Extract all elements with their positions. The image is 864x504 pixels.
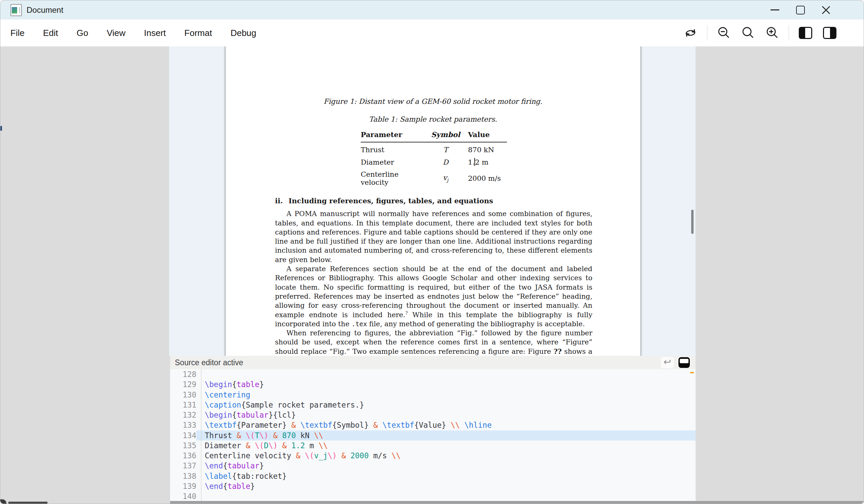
code-line-129[interactable]: 129\begin{table} [170, 379, 696, 390]
menu-edit[interactable]: Edit [43, 25, 67, 42]
table-row: DiameterD1.2 m [361, 155, 507, 167]
code-line-139[interactable]: 139\end{table} [170, 481, 696, 491]
table-caption: Table 1: Sample rocket parameters. [226, 115, 640, 123]
page-margin-right [640, 46, 696, 356]
code-text: \centering [196, 390, 696, 400]
line-number: 139 [170, 481, 196, 491]
background-window-fragment [0, 499, 7, 504]
code-line-136[interactable]: 136Centerline velocity & \(v_j\) & 2000 … [170, 451, 696, 460]
source-editor-panel: Source editor active ↩ 128129\begin{tabl… [170, 356, 696, 502]
line-number: 138 [170, 471, 196, 481]
line-number: 129 [170, 379, 196, 390]
code-text [196, 369, 696, 379]
code-line-131[interactable]: 131\caption{Sample rocket parameters.} [170, 400, 696, 410]
paragraph: When referencing to figures, the abbrevi… [275, 329, 592, 356]
code-text: Diameter & \(D\) & 1.2 m \\ [196, 441, 696, 451]
menu-insert[interactable]: Insert [144, 25, 175, 42]
gutter-separator [201, 369, 201, 502]
line-number: 130 [170, 390, 196, 400]
table-header-cell: Value [463, 130, 507, 142]
line-number: 137 [170, 460, 196, 471]
background-window-fragment [9, 502, 47, 504]
page-margin-left [169, 46, 225, 356]
code-text: \begin{table} [196, 379, 696, 390]
code-line-135[interactable]: 135Diameter & \(D\) & 1.2 m \\ [170, 441, 696, 451]
table-cell: Diameter [361, 155, 428, 167]
code-line-132[interactable]: 132\begin{tabular}{lcl} [170, 410, 696, 420]
toggle-bottom-panel-button[interactable] [677, 357, 691, 368]
line-number: 128 [170, 369, 196, 379]
panel-right-icon[interactable] [822, 25, 838, 41]
table-row: Centerline velocityvj2000 m/s [361, 167, 507, 187]
code-text: \begin{tabular}{lcl} [196, 410, 696, 420]
code-text: Centerline velocity & \(v_j\) & 2000 m/s… [196, 451, 696, 460]
table-cell: Thrust [361, 142, 428, 155]
code-text: \caption{Sample rocket parameters.} [196, 400, 696, 410]
paragraph: A POMA manuscript will normally have ref… [275, 209, 592, 265]
code-text: \textbf{Parameter} & \textbf{Symbol} & \… [196, 420, 696, 430]
document-preview-area: Figure 1: Distant view of a GEM-60 solid… [0, 46, 864, 356]
menu-debug[interactable]: Debug [231, 25, 266, 42]
search-icon[interactable] [740, 25, 756, 41]
code-line-133[interactable]: 133\textbf{Parameter} & \textbf{Symbol} … [170, 420, 696, 430]
source-editor-header: Source editor active ↩ [170, 356, 696, 370]
code-text: \end{table} [196, 481, 696, 491]
return-arrow-icon: ↩ [664, 357, 671, 367]
background-window-fragment [0, 126, 2, 131]
sync-icon[interactable] [683, 25, 698, 41]
section-heading: ii.Including references, figures, tables… [275, 196, 592, 205]
line-number: 140 [170, 491, 196, 501]
toolbar-separator [707, 25, 707, 41]
zoom-in-icon[interactable] [765, 25, 780, 41]
code-text: \end{tabular} [196, 460, 696, 471]
code-line-137[interactable]: 137\end{tabular} [170, 460, 696, 471]
table-cell: 2000 m/s [463, 167, 507, 187]
table-cell: Centerline velocity [361, 167, 428, 187]
table-row: ThrustT870 kN [361, 142, 507, 155]
menu-go[interactable]: Go [77, 25, 97, 42]
horizontal-scrollbar[interactable] [170, 501, 864, 504]
table-header-cell: Parameter [361, 130, 428, 142]
app-icon [10, 4, 22, 16]
line-number: 135 [170, 441, 196, 451]
menu-view[interactable]: View [107, 25, 134, 42]
code-line-140[interactable]: 140 [170, 491, 696, 501]
table-cell: vj [428, 167, 463, 187]
menu-file[interactable]: File [10, 25, 34, 42]
maximize-button[interactable] [796, 5, 805, 15]
line-number: 131 [170, 400, 196, 410]
table-cell: T [428, 142, 463, 155]
table-cell: 870 kN [463, 142, 507, 155]
zoom-out-icon[interactable] [716, 25, 732, 41]
source-editor-status: Source editor active [175, 358, 243, 367]
panel-left-icon[interactable] [798, 25, 813, 41]
app-window: Document FileEditGoViewInsertFormatDebug [0, 0, 864, 504]
code-line-128[interactable]: 128 [170, 369, 696, 379]
text-caret [475, 158, 475, 166]
toolbar-separator [789, 25, 789, 41]
document-page[interactable]: Figure 1: Distant view of a GEM-60 solid… [225, 46, 641, 356]
code-text: \label{tab:rocket} [196, 471, 696, 481]
table-cell: 1.2 m [463, 155, 507, 167]
titlebar: Document [0, 0, 864, 20]
table-cell: D [428, 155, 463, 167]
code-text [196, 491, 696, 501]
menubar: FileEditGoViewInsertFormatDebug [0, 20, 864, 47]
modified-line-marker [690, 372, 694, 373]
window-title: Document [26, 5, 63, 15]
vertical-scrollbar-thumb[interactable] [691, 210, 694, 234]
code-line-138[interactable]: 138\label{tab:rocket} [170, 471, 696, 481]
document-body-text: ii.Including references, figures, tables… [275, 196, 592, 356]
source-code-editor[interactable]: 128129\begin{table}130\centering131\capt… [170, 369, 696, 502]
line-number: 133 [170, 420, 196, 430]
menu-format[interactable]: Format [184, 25, 221, 42]
code-line-130[interactable]: 130\centering [170, 390, 696, 400]
line-number: 136 [170, 451, 196, 460]
close-button[interactable] [821, 5, 831, 15]
code-text: Thrust & \(T\) & 870 kN \\ [196, 430, 696, 441]
figure-caption: Figure 1: Distant view of a GEM-60 solid… [226, 97, 640, 106]
code-line-134[interactable]: 134Thrust & \(T\) & 870 kN \\ [170, 430, 696, 441]
paragraph: A separate References section should be … [275, 265, 592, 329]
minimize-button[interactable] [770, 5, 780, 15]
return-button[interactable]: ↩ [661, 357, 674, 368]
